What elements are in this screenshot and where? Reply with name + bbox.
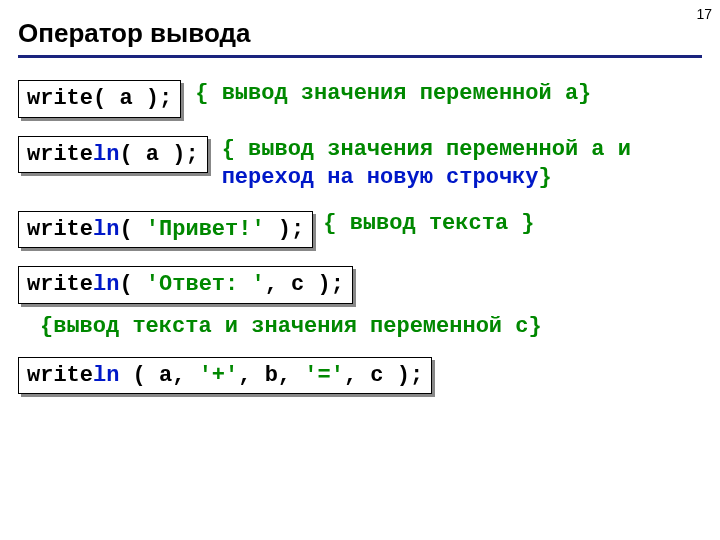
code-keyword: write bbox=[27, 142, 93, 167]
code-box-5: writeln ( a, '+', b, '=', c ); bbox=[18, 357, 432, 395]
description-4: {вывод текста и значения переменной c} bbox=[40, 314, 702, 339]
code-paren-close: ); bbox=[265, 217, 305, 242]
description-2: { вывод значения переменной a и переход … bbox=[222, 136, 702, 193]
slide: 17 Оператор вывода write( a ); { вывод з… bbox=[0, 0, 720, 540]
code-literal: '+' bbox=[199, 363, 239, 388]
comment-close: } bbox=[578, 81, 591, 106]
code-ln: ln bbox=[93, 363, 119, 388]
comment-body: вывод значения переменной a bbox=[222, 81, 578, 106]
comment-open: { bbox=[195, 81, 221, 106]
code-ln: ln bbox=[93, 272, 119, 297]
code-keyword: write bbox=[27, 86, 93, 111]
code-tail: ( a ); bbox=[93, 86, 172, 111]
description-3: { вывод текста } bbox=[323, 211, 534, 236]
code-literal: '=' bbox=[304, 363, 344, 388]
comment-blue: переход на новую строчку bbox=[222, 165, 539, 190]
code-box-2: writeln( a ); bbox=[18, 136, 208, 174]
title-rule bbox=[18, 55, 702, 58]
code-keyword: write bbox=[27, 363, 93, 388]
code-keyword: write bbox=[27, 272, 93, 297]
description-1: { вывод значения переменной a} bbox=[195, 80, 702, 109]
code-mid: , b, bbox=[238, 363, 304, 388]
comment-close: } bbox=[539, 165, 552, 190]
code-box-3: writeln( 'Привет!' ); bbox=[18, 211, 313, 249]
code-paren: ( bbox=[119, 272, 145, 297]
example-row-3: writeln( 'Привет!' ); { вывод текста } bbox=[18, 211, 702, 249]
slide-title: Оператор вывода bbox=[18, 18, 702, 49]
code-literal: 'Привет!' bbox=[146, 217, 265, 242]
page-number: 17 bbox=[696, 6, 712, 22]
code-box-4: writeln( 'Ответ: ', c ); bbox=[18, 266, 353, 304]
comment-open: { bbox=[222, 137, 248, 162]
example-row-1: write( a ); { вывод значения переменной … bbox=[18, 80, 702, 118]
example-row-4: writeln( 'Ответ: ', c ); bbox=[18, 266, 702, 304]
comment-body: вывод значения переменной a и bbox=[248, 137, 631, 162]
example-row-5: writeln ( a, '+', b, '=', c ); bbox=[18, 357, 702, 395]
code-tail: , c ); bbox=[265, 272, 344, 297]
code-literal: 'Ответ: ' bbox=[146, 272, 265, 297]
code-tail: ( a ); bbox=[119, 142, 198, 167]
code-mid: ( a, bbox=[119, 363, 198, 388]
code-ln: ln bbox=[93, 217, 119, 242]
code-ln: ln bbox=[93, 142, 119, 167]
code-paren: ( bbox=[119, 217, 145, 242]
example-row-2: writeln( a ); { вывод значения переменно… bbox=[18, 136, 702, 193]
code-keyword: write bbox=[27, 217, 93, 242]
code-tail: , c ); bbox=[344, 363, 423, 388]
code-box-1: write( a ); bbox=[18, 80, 181, 118]
